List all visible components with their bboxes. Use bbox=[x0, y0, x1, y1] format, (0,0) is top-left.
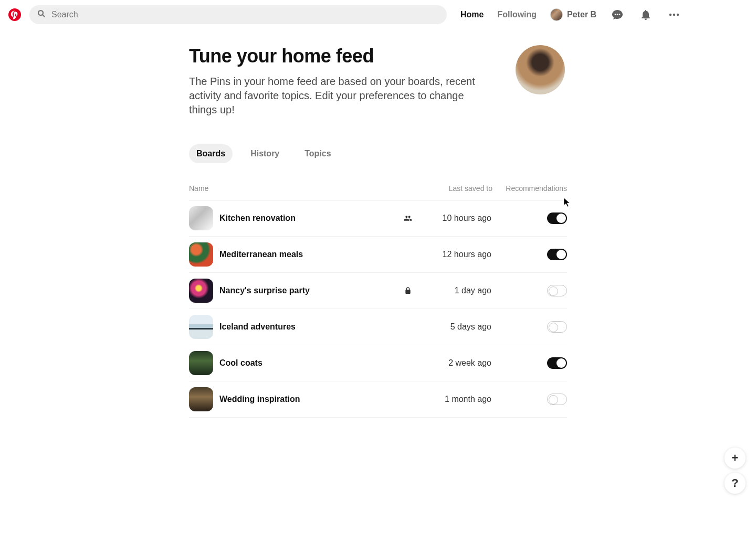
svg-point-5 bbox=[619, 14, 621, 15]
table-row: Iceland adventures5 days ago bbox=[189, 309, 567, 345]
board-name[interactable]: Cool coats bbox=[219, 358, 398, 368]
table-row: Nancy's surprise party1 day ago bbox=[189, 273, 567, 309]
lock-icon bbox=[398, 286, 418, 295]
profile-link[interactable]: Peter B bbox=[550, 8, 596, 21]
tab-history[interactable]: History bbox=[243, 144, 287, 163]
shared-icon bbox=[398, 214, 418, 222]
recommendations-toggle[interactable] bbox=[547, 249, 567, 260]
board-thumbnail[interactable] bbox=[189, 315, 213, 339]
board-last-saved: 5 days ago bbox=[418, 322, 491, 332]
column-header-recommendations: Recommendations bbox=[492, 184, 567, 193]
recommendations-toggle[interactable] bbox=[547, 321, 567, 333]
pinterest-logo[interactable] bbox=[8, 8, 21, 21]
messages-icon[interactable] bbox=[610, 7, 625, 22]
page-title: Tune your home feed bbox=[189, 45, 495, 67]
board-last-saved: 10 hours ago bbox=[418, 214, 491, 223]
page-subtitle: The Pins in your home feed are based on … bbox=[189, 75, 483, 117]
tab-boards[interactable]: Boards bbox=[189, 144, 233, 163]
board-name[interactable]: Wedding inspiration bbox=[219, 395, 398, 404]
nav-following[interactable]: Following bbox=[497, 10, 537, 19]
board-last-saved: 1 day ago bbox=[418, 286, 491, 295]
board-thumbnail[interactable] bbox=[189, 387, 213, 411]
table-row: Kitchen renovation10 hours ago bbox=[189, 200, 567, 237]
board-thumbnail[interactable] bbox=[189, 206, 213, 230]
table-row: Wedding inspiration1 month ago bbox=[189, 381, 567, 418]
avatar-small bbox=[550, 8, 563, 21]
column-header-last: Last saved to bbox=[419, 184, 492, 193]
recommendations-toggle[interactable] bbox=[547, 212, 567, 224]
svg-point-7 bbox=[673, 14, 675, 16]
help-button[interactable]: ? bbox=[724, 473, 746, 494]
board-thumbnail[interactable] bbox=[189, 279, 213, 303]
svg-point-4 bbox=[617, 14, 618, 15]
notifications-icon[interactable] bbox=[638, 7, 653, 22]
add-button[interactable]: + bbox=[724, 448, 746, 469]
search-bar[interactable] bbox=[29, 5, 447, 24]
tab-topics[interactable]: Topics bbox=[297, 144, 338, 163]
search-input[interactable] bbox=[51, 10, 439, 19]
svg-point-8 bbox=[677, 14, 679, 16]
search-icon bbox=[37, 9, 46, 20]
board-last-saved: 12 hours ago bbox=[418, 250, 491, 259]
more-icon[interactable] bbox=[667, 7, 681, 22]
table-row: Cool coats2 week ago bbox=[189, 345, 567, 381]
svg-point-3 bbox=[615, 14, 616, 15]
svg-line-2 bbox=[43, 15, 45, 17]
svg-point-1 bbox=[38, 10, 43, 15]
board-thumbnail[interactable] bbox=[189, 351, 213, 375]
recommendations-toggle[interactable] bbox=[547, 357, 567, 369]
board-name[interactable]: Iceland adventures bbox=[219, 322, 398, 332]
profile-name: Peter B bbox=[567, 10, 596, 19]
svg-point-6 bbox=[669, 14, 671, 16]
table-row: Mediterranean meals12 hours ago bbox=[189, 237, 567, 273]
board-thumbnail[interactable] bbox=[189, 242, 213, 267]
profile-avatar-large[interactable] bbox=[516, 45, 565, 94]
board-last-saved: 2 week ago bbox=[418, 358, 491, 368]
nav-home[interactable]: Home bbox=[460, 10, 484, 19]
column-header-name: Name bbox=[189, 184, 399, 193]
board-name[interactable]: Nancy's surprise party bbox=[219, 286, 398, 295]
board-name[interactable]: Mediterranean meals bbox=[219, 250, 398, 259]
board-name[interactable]: Kitchen renovation bbox=[219, 214, 398, 223]
recommendations-toggle[interactable] bbox=[547, 394, 567, 405]
recommendations-toggle[interactable] bbox=[547, 285, 567, 296]
board-last-saved: 1 month ago bbox=[418, 395, 491, 404]
